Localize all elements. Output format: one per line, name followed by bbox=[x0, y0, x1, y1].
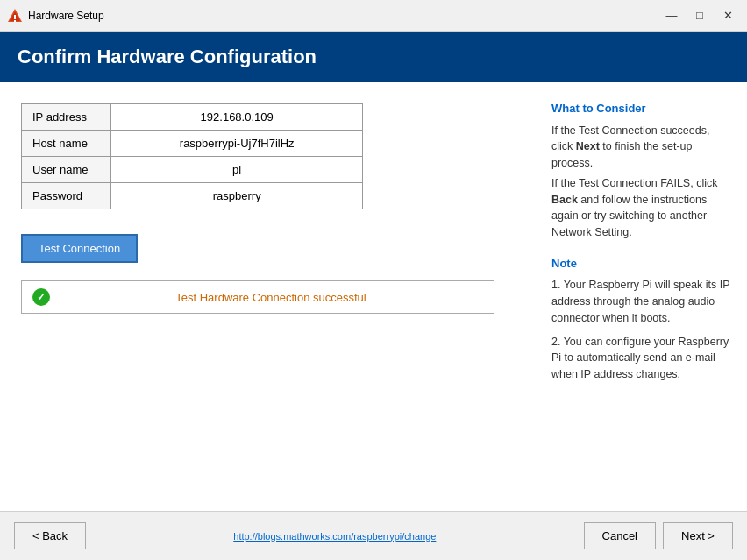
note2: 2. You can configure your Raspberry Pi t… bbox=[551, 334, 733, 383]
minimize-button[interactable]: — bbox=[659, 6, 684, 25]
note-title: Note bbox=[551, 255, 733, 273]
config-label: User name bbox=[22, 157, 111, 183]
status-bar: ✓ Test Hardware Connection successful bbox=[21, 280, 494, 314]
title-bar: Hardware Setup — □ ✕ bbox=[0, 0, 747, 32]
config-label: Host name bbox=[22, 131, 111, 157]
what-to-consider-text: If the Test Connection succeeds, click N… bbox=[551, 123, 733, 172]
title-bar-text: Hardware Setup bbox=[28, 10, 659, 22]
config-label: IP address bbox=[22, 104, 111, 131]
config-table: IP address192.168.0.109Host nameraspberr… bbox=[21, 103, 363, 209]
footer-left: < Back bbox=[14, 522, 86, 549]
test-connection-button[interactable]: Test Connection bbox=[21, 234, 138, 263]
next-bold: Next bbox=[576, 140, 600, 152]
footer-right: Cancel Next > bbox=[584, 522, 733, 549]
next-button[interactable]: Next > bbox=[663, 522, 733, 549]
svg-rect-3 bbox=[14, 20, 16, 22]
app-icon bbox=[7, 8, 23, 24]
right-panel: What to Consider If the Test Connection … bbox=[537, 82, 747, 511]
footer-url[interactable]: http://blogs.mathworks.com/raspberrypi/c… bbox=[233, 531, 436, 542]
what-to-consider-title: What to Consider bbox=[551, 100, 733, 117]
note1: 1. Your Raspberry Pi will speak its IP a… bbox=[551, 277, 733, 326]
config-value: pi bbox=[111, 157, 363, 183]
left-panel: IP address192.168.0.109Host nameraspberr… bbox=[0, 82, 537, 511]
config-value: 192.168.0.109 bbox=[111, 104, 363, 131]
status-message: Test Hardware Connection successful bbox=[59, 291, 483, 304]
table-row: IP address192.168.0.109 bbox=[22, 104, 363, 131]
main-content: IP address192.168.0.109Host nameraspberr… bbox=[0, 82, 747, 511]
close-button[interactable]: ✕ bbox=[715, 6, 740, 25]
table-row: Passwordraspberry bbox=[22, 183, 363, 209]
config-value: raspberrypi-Uj7fH7ilHz bbox=[111, 131, 363, 157]
success-icon: ✓ bbox=[32, 288, 50, 306]
title-bar-controls: — □ ✕ bbox=[659, 6, 740, 25]
back-bold: Back bbox=[551, 194, 578, 206]
table-row: Host nameraspberrypi-Uj7fH7ilHz bbox=[22, 131, 363, 157]
config-value: raspberry bbox=[111, 183, 363, 209]
table-row: User namepi bbox=[22, 157, 363, 183]
cancel-button[interactable]: Cancel bbox=[584, 522, 656, 549]
back-button[interactable]: < Back bbox=[14, 522, 86, 549]
svg-rect-2 bbox=[14, 15, 16, 19]
page-title: Confirm Hardware Configuration bbox=[18, 46, 317, 67]
page-header: Confirm Hardware Configuration bbox=[0, 32, 747, 82]
footer: < Back http://blogs.mathworks.com/raspbe… bbox=[0, 511, 747, 560]
what-to-consider-text2: If the Test Connection FAILS, click Back… bbox=[551, 175, 733, 241]
config-label: Password bbox=[22, 183, 111, 209]
maximize-button[interactable]: □ bbox=[687, 6, 712, 25]
